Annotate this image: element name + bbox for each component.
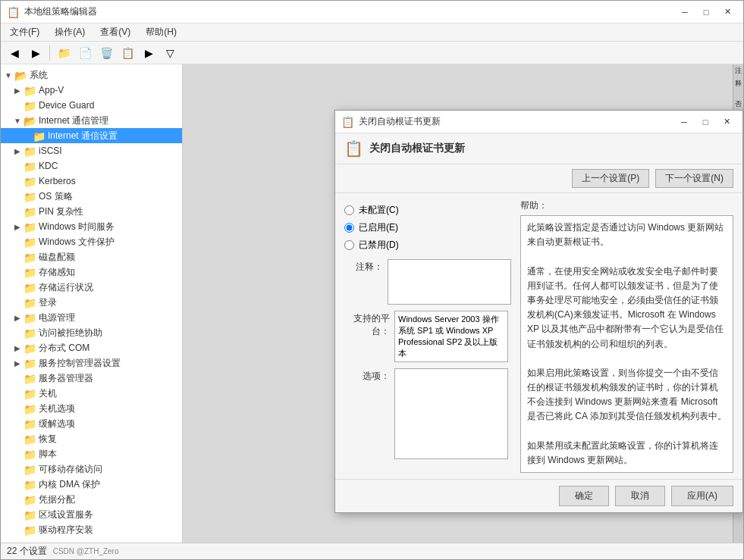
tree-item-dcom[interactable]: ▶ 📁 分布式 COM [1, 340, 182, 355]
tree-item-mitigation[interactable]: 📁 缓解选项 [1, 416, 182, 431]
tree-item-driver[interactable]: 📁 驱动程序安装 [1, 522, 182, 537]
folder-icon-kdc: 📁 [24, 161, 36, 171]
back-button[interactable]: ◀ [5, 44, 24, 62]
toolbar-btn-2[interactable]: 📄 [76, 44, 94, 62]
tree-label-mitigation: 缓解选项 [39, 418, 75, 430]
dialog-maximize-button[interactable]: □ [695, 114, 715, 130]
expand-icon-internet-comm: ▼ [13, 116, 22, 125]
tree-item-os[interactable]: 📁 OS 策略 [1, 189, 182, 204]
radio-enabled-input[interactable] [344, 223, 354, 233]
toolbar-btn-4[interactable]: 📋 [118, 44, 137, 62]
toolbar-btn-5[interactable]: ▶ [140, 44, 158, 62]
expand-icon-internet-settings [22, 131, 31, 140]
dialog-close-button[interactable]: ✕ [717, 114, 736, 130]
folder-icon-os: 📁 [24, 191, 36, 202]
expand-icon-server-mgr [13, 374, 22, 383]
tree-label-credentials: 凭据分配 [39, 493, 75, 506]
tree-item-locale[interactable]: 📁 区域设置服务 [1, 507, 182, 522]
next-setting-button[interactable]: 下一个设置(N) [655, 169, 733, 188]
help-box: 此策略设置指定是否通过访问 Windows 更新网站来自动更新根证书。 通常，在… [520, 215, 733, 473]
tree-label-login: 登录 [39, 296, 57, 309]
menu-action[interactable]: 操作(A) [49, 24, 91, 40]
dialog-header-title: 关闭自动根证书更新 [369, 142, 465, 155]
tree-item-internet-comm[interactable]: ▼ 📂 Internet 通信管理 [1, 113, 182, 128]
title-controls: ─ □ ✕ [675, 5, 737, 20]
tree-item-scm[interactable]: ▶ 📁 服务控制管理器设置 [1, 355, 182, 371]
folder-icon-locale: 📁 [24, 509, 36, 520]
tree-label-recovery: 恢复 [39, 433, 57, 446]
tree-item-shutdown-opts[interactable]: 📁 关机选项 [1, 401, 182, 416]
menu-help[interactable]: 帮助(H) [140, 24, 183, 40]
tree-item-shutdown[interactable]: 📁 关机 [1, 386, 182, 401]
radio-unconfigured-input[interactable] [344, 205, 354, 215]
tree-item-internet-settings[interactable]: 📁 Internet 通信设置 [1, 128, 182, 143]
tree-item-removable[interactable]: 📁 可移动存储访问 [1, 461, 182, 477]
tree-label-shutdown-opts: 关机选项 [39, 402, 75, 415]
menu-file[interactable]: 文件(F) [4, 24, 46, 40]
note-textarea[interactable] [388, 259, 511, 305]
toolbar-btn-1[interactable]: 📁 [55, 44, 73, 62]
note-row: 注释： [344, 259, 511, 305]
dialog-minimize-button[interactable]: ─ [674, 114, 694, 130]
title-bar: 📋 本地组策略编辑器 ─ □ ✕ [1, 1, 743, 23]
tree-item-credentials[interactable]: 📁 凭据分配 [1, 492, 182, 507]
tree-label-locale: 区域设置服务 [39, 508, 93, 521]
tree-item-file-protect[interactable]: 📁 Windows 文件保护 [1, 234, 182, 249]
tree-item-scripts[interactable]: 📁 脚本 [1, 446, 182, 461]
prev-setting-button[interactable]: 上一个设置(P) [572, 169, 649, 188]
tree-item-disk-quota[interactable]: 📁 磁盘配额 [1, 249, 182, 264]
maximize-button[interactable]: □ [696, 5, 716, 20]
dialog-title-text: 关闭自动根证书更新 [359, 115, 670, 128]
tree-item-time[interactable]: ▶ 📁 Windows 时间服务 [1, 219, 182, 234]
folder-icon-pin: 📁 [24, 206, 36, 217]
tree-label-kdc: KDC [39, 161, 58, 171]
tree-item-access-denied[interactable]: 📁 访问被拒绝协助 [1, 325, 182, 340]
apply-button[interactable]: 应用(A) [671, 486, 733, 506]
content-area: ▼ 📂 系统 ▶ 📁 App-V 📁 Device Guard ▼ 📂 Inte… [1, 64, 743, 543]
forward-button[interactable]: ▶ [27, 44, 45, 62]
tree-item-storage[interactable]: 📁 存储感知 [1, 264, 182, 280]
sidebar: ▼ 📂 系统 ▶ 📁 App-V 📁 Device Guard ▼ 📂 Inte… [1, 64, 183, 543]
folder-icon-kerberos: 📁 [24, 176, 36, 186]
tree-label-dma: 内核 DMA 保护 [39, 478, 100, 491]
tree-item-appv[interactable]: ▶ 📁 App-V [1, 83, 182, 98]
platform-section: 支持的平台： Windows Server 2003 操作系统 SP1 或 Wi… [344, 311, 511, 362]
close-button[interactable]: ✕ [717, 5, 737, 20]
cancel-button[interactable]: 取消 [615, 486, 665, 506]
tree-item-device-guard[interactable]: 📁 Device Guard [1, 98, 182, 113]
expand-icon-shutdown-opts [13, 404, 22, 413]
tree-item-system[interactable]: ▼ 📂 系统 [1, 67, 182, 83]
dialog-body: 未配置(C) 已启用(E) 已禁用(D) [335, 193, 742, 479]
expand-icon-access-denied [13, 328, 22, 337]
platform-label: 支持的平台： [344, 311, 390, 338]
folder-icon-internet-comm: 📂 [24, 115, 36, 126]
tree-item-dma[interactable]: 📁 内核 DMA 保护 [1, 477, 182, 492]
radio-disabled-input[interactable] [344, 240, 354, 250]
menu-view[interactable]: 查看(V) [94, 24, 137, 40]
radio-enabled-label: 已启用(E) [359, 221, 398, 234]
folder-icon-device-guard: 📁 [24, 100, 36, 111]
tree-item-iscsi[interactable]: ▶ 📁 iSCSI [1, 143, 182, 158]
toolbar: ◀ ▶ 📁 📄 🗑️ 📋 ▶ ▽ [1, 42, 743, 64]
folder-icon-shutdown-opts: 📁 [24, 403, 36, 414]
tree-item-recovery[interactable]: 📁 恢复 [1, 431, 182, 446]
radio-disabled: 已禁用(D) [344, 239, 511, 252]
tree-item-server-mgr[interactable]: 📁 服务器管理器 [1, 371, 182, 386]
tree-item-storage-health[interactable]: 📁 存储运行状况 [1, 280, 182, 295]
radio-enabled: 已启用(E) [344, 221, 511, 234]
dialog-title-icon: 📋 [341, 116, 354, 128]
filter-button[interactable]: ▽ [161, 44, 179, 62]
tree-item-pin[interactable]: 📁 PIN 复杂性 [1, 204, 182, 219]
ok-button[interactable]: 确定 [559, 486, 609, 506]
tree-label-dcom: 分布式 COM [39, 342, 89, 355]
tree-item-kdc[interactable]: 📁 KDC [1, 158, 182, 174]
dialog-header-icon: 📋 [344, 139, 363, 158]
toolbar-btn-3[interactable]: 🗑️ [97, 44, 115, 62]
tree-label-storage: 存储感知 [39, 266, 75, 279]
tree-item-kerberos[interactable]: 📁 Kerberos [1, 174, 182, 189]
minimize-button[interactable]: ─ [675, 5, 695, 20]
tree-item-power[interactable]: ▶ 📁 电源管理 [1, 310, 182, 325]
tree-item-login[interactable]: 📁 登录 [1, 295, 182, 310]
watermark: CSDN @ZTH_Zero [53, 547, 119, 555]
tree-label-appv: App-V [39, 85, 64, 95]
